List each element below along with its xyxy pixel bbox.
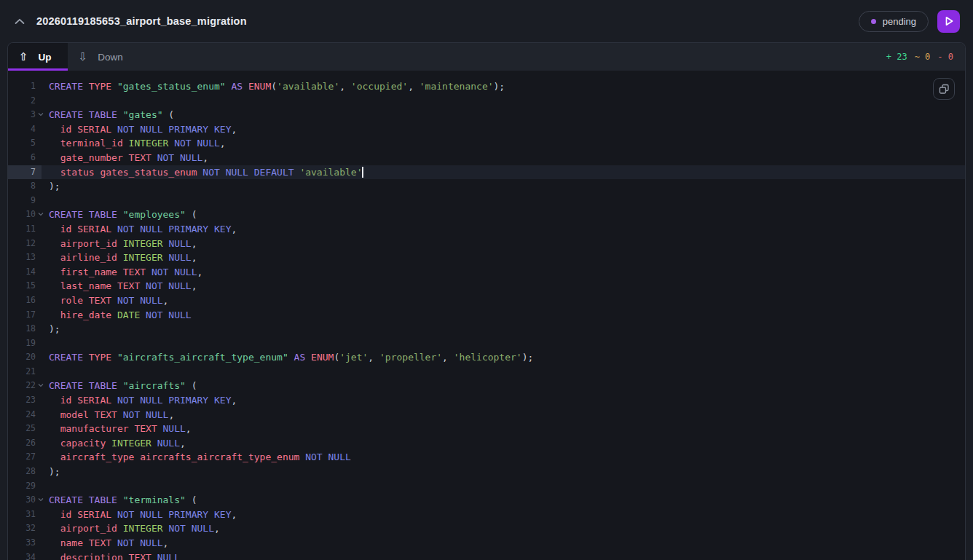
code-line[interactable]: 20CREATE TYPE "aircrafts_aircraft_type_e… (8, 350, 965, 365)
line-number: 34 (8, 551, 42, 560)
line-number: 3 (8, 108, 42, 122)
tab-down-label: Down (98, 52, 123, 63)
code-line-text: id SERIAL NOT NULL PRIMARY KEY, (42, 222, 237, 237)
run-migration-button[interactable] (937, 10, 960, 33)
code-line[interactable]: 5 terminal_id INTEGER NOT NULL, (8, 136, 965, 151)
line-number: 1 (8, 79, 42, 94)
code-line-text (42, 479, 49, 494)
diff-removed: - 0 (937, 52, 953, 62)
line-number: 22 (8, 379, 42, 393)
code-line[interactable]: 11 id SERIAL NOT NULL PRIMARY KEY, (8, 222, 965, 237)
diff-added: + 23 (886, 52, 907, 62)
code-line[interactable]: 30CREATE TABLE "terminals" ( (8, 493, 965, 508)
code-line-text: ); (42, 179, 60, 194)
line-number: 31 (8, 508, 42, 522)
code-line[interactable]: 12 airport_id INTEGER NULL, (8, 237, 965, 251)
line-number: 33 (8, 536, 42, 551)
code-line[interactable]: 25 manufacturer TEXT NULL, (8, 422, 965, 436)
code-line-text: model TEXT NOT NULL, (42, 408, 174, 422)
code-line[interactable]: 29 (8, 479, 965, 494)
code-line-text: airport_id INTEGER NOT NULL, (42, 521, 220, 536)
code-line[interactable]: 21 (8, 365, 965, 379)
status-badge: pending (859, 11, 929, 32)
code-line[interactable]: 16 role TEXT NOT NULL, (8, 293, 965, 308)
line-number: 18 (8, 322, 42, 336)
code-line-text: CREATE TABLE "employees" ( (42, 208, 197, 222)
code-line-text: CREATE TYPE "aircrafts_aircraft_type_enu… (42, 350, 533, 365)
code-line[interactable]: 17 hire_date DATE NOT NULL (8, 308, 965, 323)
code-line[interactable]: 22CREATE TABLE "aircrafts" ( (8, 379, 965, 393)
code-line-text: role TEXT NOT NULL, (42, 293, 168, 308)
migration-panel: ⇧ Up ⇩ Down + 23 ~ 0 - 0 1CREATE TYPE "g… (7, 42, 966, 560)
code-line-text: CREATE TABLE "gates" ( (42, 108, 174, 122)
code-line-text: airline_id INTEGER NULL, (42, 251, 197, 265)
code-line[interactable]: 26 capacity INTEGER NULL, (8, 436, 965, 451)
direction-tabbar: ⇧ Up ⇩ Down + 23 ~ 0 - 0 (8, 43, 965, 71)
code-line-text: ); (42, 322, 60, 336)
line-number: 29 (8, 479, 42, 494)
code-line[interactable]: 10CREATE TABLE "employees" ( (8, 208, 965, 222)
code-line-text: status gates_status_enum NOT NULL DEFAUL… (42, 165, 363, 180)
code-line-text: manufacturer TEXT NULL, (42, 422, 192, 436)
line-number: 10 (8, 208, 42, 222)
fold-chevron-icon[interactable] (38, 211, 44, 217)
code-line-text (42, 365, 49, 379)
code-line[interactable]: 3CREATE TABLE "gates" ( (8, 108, 965, 122)
code-line[interactable]: 14 first_name TEXT NOT NULL, (8, 265, 965, 280)
line-number: 2 (8, 94, 42, 109)
text-cursor (362, 167, 363, 178)
line-number: 30 (8, 493, 42, 508)
code-line[interactable]: 9 (8, 194, 965, 208)
tab-up-label: Up (39, 52, 52, 63)
code-line[interactable]: 18); (8, 322, 965, 336)
fold-chevron-icon[interactable] (38, 497, 44, 502)
code-line[interactable]: 31 id SERIAL NOT NULL PRIMARY KEY, (8, 508, 965, 522)
tab-down[interactable]: ⇩ Down (68, 43, 139, 71)
status-dot-icon (871, 19, 876, 24)
fold-chevron-icon[interactable] (38, 111, 44, 117)
code-editor[interactable]: 1CREATE TYPE "gates_status_enum" AS ENUM… (8, 71, 965, 560)
code-line-text: CREATE TYPE "gates_status_enum" AS ENUM(… (42, 79, 505, 94)
fold-chevron-icon[interactable] (38, 382, 44, 388)
tab-up[interactable]: ⇧ Up (8, 43, 68, 71)
diff-modified: ~ 0 (915, 52, 931, 62)
line-number: 23 (8, 393, 42, 408)
code-line[interactable]: 6 gate_number TEXT NOT NULL, (8, 151, 965, 165)
code-line[interactable]: 33 name TEXT NOT NULL, (8, 536, 965, 551)
code-line-text: gate_number TEXT NOT NULL, (42, 151, 208, 165)
line-number: 9 (8, 194, 42, 208)
migration-title: 20260119185653_airport_base_migration (36, 15, 247, 27)
code-line[interactable]: 7 status gates_status_enum NOT NULL DEFA… (8, 165, 965, 180)
collapse-chevron-icon[interactable] (12, 13, 28, 29)
line-number: 32 (8, 521, 42, 536)
code-line[interactable]: 13 airline_id INTEGER NULL, (8, 251, 965, 265)
code-line[interactable]: 32 airport_id INTEGER NOT NULL, (8, 521, 965, 536)
code-line[interactable]: 34 description TEXT NULL (8, 551, 965, 560)
code-line[interactable]: 15 last_name TEXT NOT NULL, (8, 279, 965, 293)
code-line[interactable]: 8); (8, 179, 965, 194)
line-number: 15 (8, 279, 42, 293)
line-number: 16 (8, 293, 42, 308)
code-line-text: CREATE TABLE "terminals" ( (42, 493, 197, 508)
code-line-text: CREATE TABLE "aircrafts" ( (42, 379, 197, 393)
code-line-text: aircraft_type aircrafts_aircraft_type_en… (42, 450, 351, 465)
code-line[interactable]: 23 id SERIAL NOT NULL PRIMARY KEY, (8, 393, 965, 408)
code-line[interactable]: 27 aircraft_type aircrafts_aircraft_type… (8, 450, 965, 465)
code-line[interactable]: 28); (8, 465, 965, 479)
code-line-text: name TEXT NOT NULL, (42, 536, 168, 551)
code-line[interactable]: 2 (8, 94, 965, 109)
line-number: 20 (8, 350, 42, 365)
copy-code-button[interactable] (933, 78, 955, 100)
arrow-down-icon: ⇩ (79, 52, 88, 63)
code-line-text: last_name TEXT NOT NULL, (42, 279, 197, 293)
code-line-text: id SERIAL NOT NULL PRIMARY KEY, (42, 508, 237, 522)
line-number: 4 (8, 122, 42, 137)
code-lines: 1CREATE TYPE "gates_status_enum" AS ENUM… (8, 79, 965, 560)
code-line[interactable]: 19 (8, 336, 965, 351)
code-line-text (42, 194, 49, 208)
code-line-text: terminal_id INTEGER NOT NULL, (42, 136, 226, 151)
code-line[interactable]: 24 model TEXT NOT NULL, (8, 408, 965, 422)
code-line[interactable]: 4 id SERIAL NOT NULL PRIMARY KEY, (8, 122, 965, 137)
code-line-text: hire_date DATE NOT NULL (42, 308, 192, 323)
code-line[interactable]: 1CREATE TYPE "gates_status_enum" AS ENUM… (8, 79, 965, 94)
